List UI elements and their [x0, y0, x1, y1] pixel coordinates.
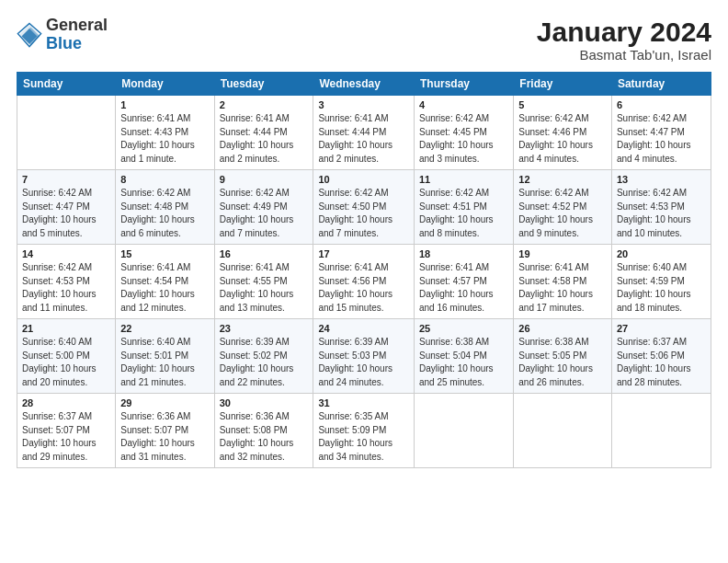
day-info: Sunrise: 6:36 AMSunset: 5:08 PMDaylight:… [220, 410, 309, 464]
location-text: Basmat Tab'un, Israel [537, 47, 711, 63]
day-info: Sunrise: 6:41 AMSunset: 4:43 PMDaylight:… [120, 112, 209, 166]
day-info: Sunrise: 6:41 AMSunset: 4:44 PMDaylight:… [220, 112, 309, 166]
logo-general-text: General [46, 17, 108, 35]
header-wednesday: Wednesday [313, 73, 415, 96]
table-row: 1Sunrise: 6:41 AMSunset: 4:43 PMDaylight… [116, 96, 214, 170]
page: General Blue January 2024 Basmat Tab'un,… [0, 0, 728, 563]
table-row: 12Sunrise: 6:42 AMSunset: 4:52 PMDayligh… [514, 170, 612, 245]
table-row: 22Sunrise: 6:40 AMSunset: 5:01 PMDayligh… [116, 319, 214, 394]
day-number: 13 [617, 174, 706, 185]
day-number: 30 [220, 397, 309, 408]
day-info: Sunrise: 6:36 AMSunset: 5:07 PMDaylight:… [120, 410, 209, 464]
table-row [611, 394, 711, 468]
table-row: 7Sunrise: 6:42 AMSunset: 4:47 PMDaylight… [17, 170, 116, 245]
calendar-week-row: 1Sunrise: 6:41 AMSunset: 4:43 PMDaylight… [17, 96, 711, 170]
table-row: 23Sunrise: 6:39 AMSunset: 5:02 PMDayligh… [214, 319, 313, 394]
day-number: 29 [120, 397, 209, 408]
table-row: 16Sunrise: 6:41 AMSunset: 4:55 PMDayligh… [214, 245, 313, 319]
day-number: 18 [419, 248, 508, 259]
table-row: 15Sunrise: 6:41 AMSunset: 4:54 PMDayligh… [116, 245, 214, 319]
day-number: 10 [318, 174, 409, 185]
table-row: 26Sunrise: 6:38 AMSunset: 5:05 PMDayligh… [514, 319, 612, 394]
calendar-week-row: 7Sunrise: 6:42 AMSunset: 4:47 PMDaylight… [17, 170, 711, 245]
day-number: 20 [617, 248, 706, 259]
day-number: 9 [220, 174, 309, 185]
header: General Blue January 2024 Basmat Tab'un,… [17, 17, 711, 63]
day-info: Sunrise: 6:35 AMSunset: 5:09 PMDaylight:… [318, 410, 409, 464]
day-info: Sunrise: 6:41 AMSunset: 4:55 PMDaylight:… [220, 261, 309, 315]
day-info: Sunrise: 6:42 AMSunset: 4:52 PMDaylight:… [518, 187, 607, 240]
table-row: 9Sunrise: 6:42 AMSunset: 4:49 PMDaylight… [214, 170, 313, 245]
day-info: Sunrise: 6:42 AMSunset: 4:51 PMDaylight:… [419, 187, 508, 240]
logo-blue-text: Blue [46, 35, 108, 53]
day-info: Sunrise: 6:38 AMSunset: 5:05 PMDaylight:… [518, 336, 607, 389]
day-number: 15 [120, 248, 209, 259]
day-info: Sunrise: 6:41 AMSunset: 4:56 PMDaylight:… [318, 261, 409, 315]
day-info: Sunrise: 6:38 AMSunset: 5:04 PMDaylight:… [419, 336, 508, 389]
header-saturday: Saturday [611, 73, 711, 96]
day-number: 17 [318, 248, 409, 259]
table-row: 11Sunrise: 6:42 AMSunset: 4:51 PMDayligh… [414, 170, 513, 245]
day-number: 7 [22, 174, 110, 185]
logo-icon [17, 22, 42, 48]
day-info: Sunrise: 6:42 AMSunset: 4:45 PMDaylight:… [419, 112, 508, 166]
table-row: 8Sunrise: 6:42 AMSunset: 4:48 PMDaylight… [116, 170, 214, 245]
table-row: 2Sunrise: 6:41 AMSunset: 4:44 PMDaylight… [214, 96, 313, 170]
day-info: Sunrise: 6:40 AMSunset: 4:59 PMDaylight:… [617, 261, 706, 315]
title-block: January 2024 Basmat Tab'un, Israel [537, 17, 711, 63]
day-number: 24 [318, 323, 409, 334]
table-row: 5Sunrise: 6:42 AMSunset: 4:46 PMDaylight… [514, 96, 612, 170]
day-info: Sunrise: 6:41 AMSunset: 4:54 PMDaylight:… [120, 261, 209, 315]
day-info: Sunrise: 6:41 AMSunset: 4:44 PMDaylight:… [318, 112, 409, 166]
day-info: Sunrise: 6:39 AMSunset: 5:03 PMDaylight:… [318, 336, 409, 389]
day-number: 22 [120, 323, 209, 334]
day-number: 11 [419, 174, 508, 185]
day-info: Sunrise: 6:42 AMSunset: 4:46 PMDaylight:… [518, 112, 607, 166]
table-row: 4Sunrise: 6:42 AMSunset: 4:45 PMDaylight… [414, 96, 513, 170]
day-info: Sunrise: 6:42 AMSunset: 4:53 PMDaylight:… [617, 187, 706, 240]
day-number: 16 [220, 248, 309, 259]
table-row: 25Sunrise: 6:38 AMSunset: 5:04 PMDayligh… [414, 319, 513, 394]
header-friday: Friday [514, 73, 612, 96]
day-number: 4 [419, 99, 508, 110]
table-row: 13Sunrise: 6:42 AMSunset: 4:53 PMDayligh… [611, 170, 711, 245]
header-tuesday: Tuesday [214, 73, 313, 96]
day-number: 19 [518, 248, 607, 259]
day-info: Sunrise: 6:42 AMSunset: 4:48 PMDaylight:… [120, 187, 209, 240]
day-number: 25 [419, 323, 508, 334]
month-year-title: January 2024 [537, 17, 711, 47]
day-info: Sunrise: 6:42 AMSunset: 4:53 PMDaylight:… [22, 261, 110, 315]
day-number: 5 [518, 99, 607, 110]
table-row: 21Sunrise: 6:40 AMSunset: 5:00 PMDayligh… [17, 319, 116, 394]
calendar-week-row: 21Sunrise: 6:40 AMSunset: 5:00 PMDayligh… [17, 319, 711, 394]
table-row: 27Sunrise: 6:37 AMSunset: 5:06 PMDayligh… [611, 319, 711, 394]
day-number: 8 [120, 174, 209, 185]
table-row: 10Sunrise: 6:42 AMSunset: 4:50 PMDayligh… [313, 170, 415, 245]
table-row: 6Sunrise: 6:42 AMSunset: 4:47 PMDaylight… [611, 96, 711, 170]
table-row [414, 394, 513, 468]
day-info: Sunrise: 6:42 AMSunset: 4:50 PMDaylight:… [318, 187, 409, 240]
day-number: 1 [120, 99, 209, 110]
day-number: 23 [220, 323, 309, 334]
day-number: 21 [22, 323, 110, 334]
header-monday: Monday [116, 73, 214, 96]
table-row [514, 394, 612, 468]
day-info: Sunrise: 6:42 AMSunset: 4:47 PMDaylight:… [22, 187, 110, 240]
day-number: 14 [22, 248, 110, 259]
day-info: Sunrise: 6:40 AMSunset: 5:01 PMDaylight:… [120, 336, 209, 389]
header-sunday: Sunday [17, 73, 116, 96]
calendar-table: Sunday Monday Tuesday Wednesday Thursday… [17, 72, 711, 468]
table-row: 19Sunrise: 6:41 AMSunset: 4:58 PMDayligh… [514, 245, 612, 319]
day-info: Sunrise: 6:37 AMSunset: 5:07 PMDaylight:… [22, 410, 110, 464]
day-info: Sunrise: 6:39 AMSunset: 5:02 PMDaylight:… [220, 336, 309, 389]
table-row: 24Sunrise: 6:39 AMSunset: 5:03 PMDayligh… [313, 319, 415, 394]
table-row: 20Sunrise: 6:40 AMSunset: 4:59 PMDayligh… [611, 245, 711, 319]
table-row: 18Sunrise: 6:41 AMSunset: 4:57 PMDayligh… [414, 245, 513, 319]
day-info: Sunrise: 6:42 AMSunset: 4:47 PMDaylight:… [617, 112, 706, 166]
calendar-week-row: 28Sunrise: 6:37 AMSunset: 5:07 PMDayligh… [17, 394, 711, 468]
table-row: 29Sunrise: 6:36 AMSunset: 5:07 PMDayligh… [116, 394, 214, 468]
table-row: 31Sunrise: 6:35 AMSunset: 5:09 PMDayligh… [313, 394, 415, 468]
day-info: Sunrise: 6:40 AMSunset: 5:00 PMDaylight:… [22, 336, 110, 389]
day-number: 26 [518, 323, 607, 334]
logo: General Blue [17, 17, 108, 53]
